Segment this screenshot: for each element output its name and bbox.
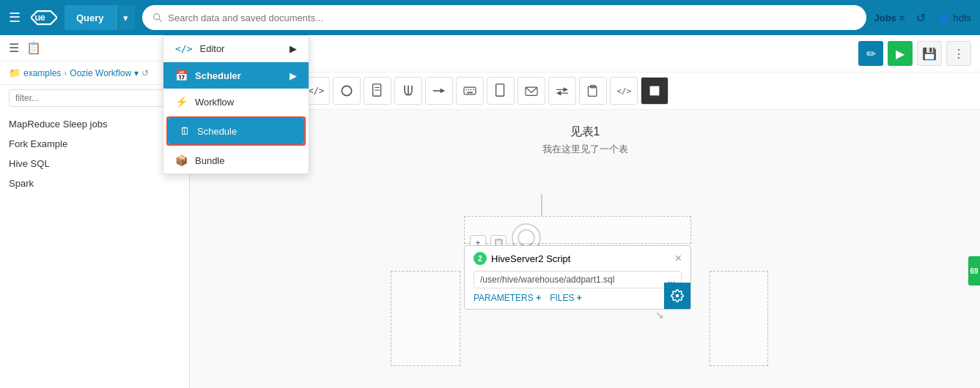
bundle-menu-item[interactable]: 📦 Bundle: [163, 147, 309, 174]
hamburger-icon[interactable]: ☰: [9, 10, 21, 26]
workflow-icon: ⚡: [175, 96, 188, 108]
document-icon: [371, 83, 384, 98]
scroll-indicator: 69: [968, 256, 980, 286]
hue-logo-svg: ue: [31, 7, 57, 28]
sidebar-hamburger-icon[interactable]: ☰: [9, 41, 19, 55]
keyboard-icon: [463, 85, 477, 97]
list-item[interactable]: Spark: [0, 174, 189, 193]
list-item[interactable]: MapReduce Sleep jobs: [0, 114, 189, 134]
svg-point-2: [153, 14, 159, 20]
svg-rect-33: [650, 86, 660, 96]
edit-button[interactable]: ✏: [858, 41, 883, 66]
dropdown-arrow-icon: ▾: [123, 12, 128, 23]
search-input[interactable]: [168, 12, 856, 23]
scheduler-section: 📅 Scheduler ▶: [163, 62, 309, 89]
toolbar-btn-3[interactable]: [333, 77, 361, 105]
files-link[interactable]: FILES +: [550, 293, 582, 303]
username-label: hdfs: [953, 12, 971, 23]
toolbar-btn-7[interactable]: [456, 77, 484, 105]
code2-icon: </>: [616, 86, 631, 96]
node-settings-button[interactable]: [664, 283, 690, 309]
trident-icon: [401, 84, 416, 97]
main-layout: ☰ 📋 📁 examples › Oozie Workflow ▾ ↺ MapR…: [0, 35, 980, 388]
breadcrumb-dropdown-icon[interactable]: ▾: [134, 68, 139, 78]
svg-point-10: [342, 86, 352, 95]
toolbar-btn-6[interactable]: [425, 77, 453, 105]
node-arrow: ↘: [655, 309, 664, 321]
schedule-label: Schedule: [197, 126, 237, 137]
search-bar: [142, 5, 867, 30]
file-path-text: /user/hive/warehouse/addpart1.sql: [480, 275, 614, 285]
editor-arrow-icon: ▶: [290, 43, 297, 54]
jobs-label: Jobs: [874, 12, 896, 23]
refresh-icon[interactable]: ↺: [916, 11, 926, 25]
breadcrumb-refresh-icon[interactable]: ↺: [141, 68, 149, 78]
more-button[interactable]: ⋮: [946, 41, 971, 66]
toolbar-btn-5[interactable]: [394, 77, 422, 105]
stop-icon: [649, 85, 660, 97]
bundle-label: Bundle: [195, 155, 224, 166]
code-icon: </>: [309, 86, 325, 96]
toolbar-btn-4[interactable]: [364, 77, 391, 105]
side-box-left: [391, 271, 460, 366]
node-badge: 2: [474, 252, 487, 265]
workflow-label: Workflow: [195, 97, 234, 108]
transfer-icon: [555, 85, 570, 97]
list-item[interactable]: Hive SQL: [0, 154, 189, 174]
search-icon: [152, 12, 163, 23]
list-item[interactable]: Fork Example: [0, 134, 189, 154]
jobs-button[interactable]: Jobs ≡: [874, 12, 905, 23]
editor-label: Editor: [199, 43, 224, 54]
scheduler-menu-item[interactable]: 📅 Scheduler ▶: [163, 62, 309, 89]
params-plus-icon: +: [536, 293, 541, 303]
hive-node-body: 2 HiveServer2 Script × /user/hive/wareho…: [464, 245, 691, 310]
editor-menu-item[interactable]: </> Editor ▶: [163, 36, 309, 61]
play-icon: ▶: [896, 47, 905, 61]
hue-logo: ue: [31, 7, 57, 28]
email-icon: [524, 85, 539, 97]
node-close-button[interactable]: ×: [675, 252, 682, 265]
svg-marker-30: [556, 91, 561, 95]
arrow-right-icon: [432, 84, 446, 97]
editor-actions: ✏ ▶ 💾 ⋮: [858, 41, 971, 66]
top-navigation: ☰ ue Query ▾ Jobs ≡ ↺ 👤 hdfs: [0, 0, 980, 35]
sidebar-filter-input[interactable]: [9, 89, 180, 107]
toolbar-btn-10[interactable]: [548, 77, 576, 105]
query-main-button[interactable]: Query: [65, 5, 116, 30]
node-title: HiveServer2 Script: [491, 253, 671, 264]
play-button[interactable]: ▶: [888, 41, 913, 66]
nav-right: Jobs ≡ ↺ 👤 hdfs: [874, 11, 971, 25]
bundle-icon: 📦: [175, 154, 188, 166]
user-menu[interactable]: 👤 hdfs: [937, 12, 971, 23]
toolbar-btn-12[interactable]: </>: [610, 77, 638, 105]
breadcrumb-examples[interactable]: examples: [23, 68, 61, 78]
toolbar-btn-11[interactable]: [579, 77, 607, 105]
breadcrumb: 📁 examples › Oozie Workflow ▾ ↺: [0, 61, 189, 85]
toolbar-btn-13[interactable]: [641, 77, 668, 105]
files-plus-icon: +: [577, 293, 582, 303]
svg-text:ue: ue: [34, 12, 45, 23]
query-dropdown-button[interactable]: ▾: [116, 5, 135, 30]
svg-rect-25: [496, 84, 504, 96]
save-button[interactable]: 💾: [917, 41, 942, 66]
sidebar-top-icons: ☰ 📋: [0, 35, 189, 61]
circle-icon: [339, 83, 354, 98]
pencil-icon: ✏: [866, 47, 876, 61]
editor-icon: </>: [175, 43, 192, 54]
toolbar-btn-9[interactable]: [517, 77, 545, 105]
toolbar-btn-8[interactable]: [487, 77, 515, 105]
node-file-input: /user/hive/warehouse/addpart1.sql ...: [474, 271, 682, 288]
node-links: PARAMETERS + FILES +: [474, 293, 682, 303]
connector-line-1: [541, 194, 542, 216]
clipboard-icon: [586, 84, 600, 97]
svg-point-34: [676, 294, 679, 298]
breadcrumb-workflow[interactable]: Oozie Workflow: [70, 68, 131, 78]
file-icon: [494, 83, 507, 98]
parameters-link[interactable]: PARAMETERS +: [474, 293, 541, 303]
schedule-menu-item[interactable]: 🗓 Schedule: [168, 118, 304, 144]
svg-marker-18: [441, 89, 446, 94]
sidebar-list: MapReduce Sleep jobs Fork Example Hive S…: [0, 111, 189, 196]
workflow-menu-item[interactable]: ⚡ Workflow: [163, 89, 309, 115]
scheduler-icon: 📅: [175, 70, 188, 81]
sidebar-docs-icon[interactable]: 📋: [26, 41, 41, 55]
